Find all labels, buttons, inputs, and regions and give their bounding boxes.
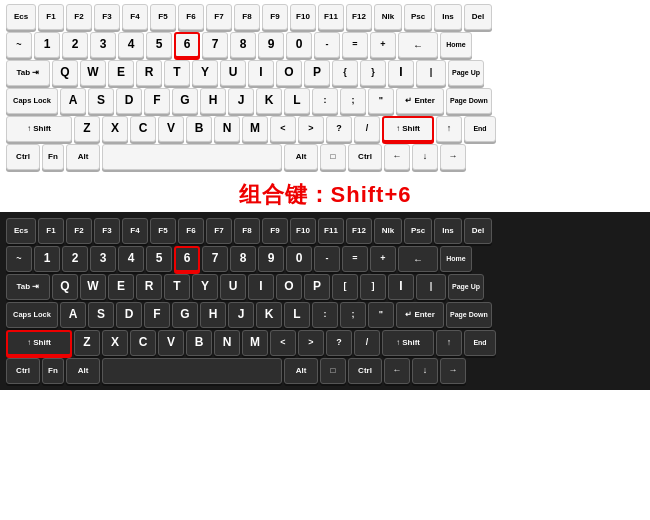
key-shiftr-light[interactable]: ↑ Shift xyxy=(382,116,434,142)
key-c-light[interactable]: C xyxy=(130,116,156,142)
key-b-light[interactable]: B xyxy=(186,116,212,142)
key-capslock-light[interactable]: Caps Lock xyxy=(6,88,58,114)
key-p-light[interactable]: P xyxy=(304,60,330,86)
key-v-dark[interactable]: V xyxy=(158,330,184,356)
key-bslash-dark[interactable]: I xyxy=(388,274,414,300)
key-f1-light[interactable]: F1 xyxy=(38,4,64,30)
key-o-light[interactable]: O xyxy=(276,60,302,86)
key-altr-light[interactable]: Alt xyxy=(284,144,318,170)
key-esc-light[interactable]: Ecs xyxy=(6,4,36,30)
key-f-light[interactable]: F xyxy=(144,88,170,114)
key-f1-dark[interactable]: F1 xyxy=(38,218,64,244)
key-lt-light[interactable]: < xyxy=(270,116,296,142)
key-pgup-light[interactable]: Page Up xyxy=(448,60,484,86)
key-n-light[interactable]: N xyxy=(214,116,240,142)
key-tilde-dark[interactable]: ~ xyxy=(6,246,32,272)
key-right-light[interactable]: → xyxy=(440,144,466,170)
key-nlk-dark[interactable]: Nlk xyxy=(374,218,402,244)
key-left-dark[interactable]: ← xyxy=(384,358,410,384)
key-j-dark[interactable]: J xyxy=(228,302,254,328)
key-nlk-light[interactable]: Nlk xyxy=(374,4,402,30)
key-up-light[interactable]: ↑ xyxy=(436,116,462,142)
key-pipe-dark[interactable]: | xyxy=(416,274,446,300)
key-q-light[interactable]: Q xyxy=(52,60,78,86)
key-f2-light[interactable]: F2 xyxy=(66,4,92,30)
key-psc-dark[interactable]: Psc xyxy=(404,218,432,244)
key-minus-light[interactable]: - xyxy=(314,32,340,58)
key-e-dark[interactable]: E xyxy=(108,274,134,300)
key-9-light[interactable]: 9 xyxy=(258,32,284,58)
key-x-dark[interactable]: X xyxy=(102,330,128,356)
key-shiftl-dark[interactable]: ↑ Shift xyxy=(6,330,72,356)
key-f3-dark[interactable]: F3 xyxy=(94,218,120,244)
key-pgdn-dark[interactable]: Page Down xyxy=(446,302,492,328)
key-ctrll-dark[interactable]: Ctrl xyxy=(6,358,40,384)
key-quote-light[interactable]: " xyxy=(368,88,394,114)
key-m-light[interactable]: M xyxy=(242,116,268,142)
key-r-light[interactable]: R xyxy=(136,60,162,86)
key-capslock-dark[interactable]: Caps Lock xyxy=(6,302,58,328)
key-7-dark[interactable]: 7 xyxy=(202,246,228,272)
key-5-dark[interactable]: 5 xyxy=(146,246,172,272)
key-i-light[interactable]: I xyxy=(248,60,274,86)
key-f10-dark[interactable]: F10 xyxy=(290,218,316,244)
key-8-dark[interactable]: 8 xyxy=(230,246,256,272)
key-lt-dark[interactable]: < xyxy=(270,330,296,356)
key-down-dark[interactable]: ↓ xyxy=(412,358,438,384)
key-slash-dark[interactable]: / xyxy=(354,330,380,356)
key-f2-dark[interactable]: F2 xyxy=(66,218,92,244)
key-f4-dark[interactable]: F4 xyxy=(122,218,148,244)
key-w-light[interactable]: W xyxy=(80,60,106,86)
key-e-light[interactable]: E xyxy=(108,60,134,86)
key-f-dark[interactable]: F xyxy=(144,302,170,328)
key-pgdn-light[interactable]: Page Down xyxy=(446,88,492,114)
key-ins-dark[interactable]: Ins xyxy=(434,218,462,244)
key-tab-light[interactable]: Tab ⇥ xyxy=(6,60,50,86)
key-altl-dark[interactable]: Alt xyxy=(66,358,100,384)
key-tilde-light[interactable]: ~ xyxy=(6,32,32,58)
key-end-dark[interactable]: End xyxy=(464,330,496,356)
key-equals-light[interactable]: = xyxy=(342,32,368,58)
key-pgup-dark[interactable]: Page Up xyxy=(448,274,484,300)
key-plus-dark[interactable]: + xyxy=(370,246,396,272)
key-f5-dark[interactable]: F5 xyxy=(150,218,176,244)
key-1-dark[interactable]: 1 xyxy=(34,246,60,272)
key-enter-light[interactable]: ↵ Enter xyxy=(396,88,444,114)
key-fn-light[interactable]: Fn xyxy=(42,144,64,170)
key-ctrll-light[interactable]: Ctrl xyxy=(6,144,40,170)
key-gt-light[interactable]: > xyxy=(298,116,324,142)
key-f10-light[interactable]: F10 xyxy=(290,4,316,30)
key-4-light[interactable]: 4 xyxy=(118,32,144,58)
key-esc-dark[interactable]: Ecs xyxy=(6,218,36,244)
key-psc-light[interactable]: Psc xyxy=(404,4,432,30)
key-u-light[interactable]: U xyxy=(220,60,246,86)
key-o-dark[interactable]: O xyxy=(276,274,302,300)
key-f4-light[interactable]: F4 xyxy=(122,4,148,30)
key-d-dark[interactable]: D xyxy=(116,302,142,328)
key-f11-dark[interactable]: F11 xyxy=(318,218,344,244)
key-w-dark[interactable]: W xyxy=(80,274,106,300)
key-quest-light[interactable]: ? xyxy=(326,116,352,142)
key-y-dark[interactable]: Y xyxy=(192,274,218,300)
key-7-light[interactable]: 7 xyxy=(202,32,228,58)
key-a-light[interactable]: A xyxy=(60,88,86,114)
key-5-light[interactable]: 5 xyxy=(146,32,172,58)
key-8-light[interactable]: 8 xyxy=(230,32,256,58)
key-y-light[interactable]: Y xyxy=(192,60,218,86)
key-z-dark[interactable]: Z xyxy=(74,330,100,356)
key-f6-light[interactable]: F6 xyxy=(178,4,204,30)
key-d-light[interactable]: D xyxy=(116,88,142,114)
key-altl-light[interactable]: Alt xyxy=(66,144,100,170)
key-ctrlr-dark[interactable]: Ctrl xyxy=(348,358,382,384)
key-minus-dark[interactable]: - xyxy=(314,246,340,272)
key-f8-light[interactable]: F8 xyxy=(234,4,260,30)
key-del-light[interactable]: Del xyxy=(464,4,492,30)
key-home-light[interactable]: Home xyxy=(440,32,472,58)
key-semicolon-dark[interactable]: ; xyxy=(340,302,366,328)
key-colon-light[interactable]: : xyxy=(312,88,338,114)
key-p-dark[interactable]: P xyxy=(304,274,330,300)
key-f6-dark[interactable]: F6 xyxy=(178,218,204,244)
key-right-dark[interactable]: → xyxy=(440,358,466,384)
key-l-dark[interactable]: L xyxy=(284,302,310,328)
key-plus-light[interactable]: + xyxy=(370,32,396,58)
